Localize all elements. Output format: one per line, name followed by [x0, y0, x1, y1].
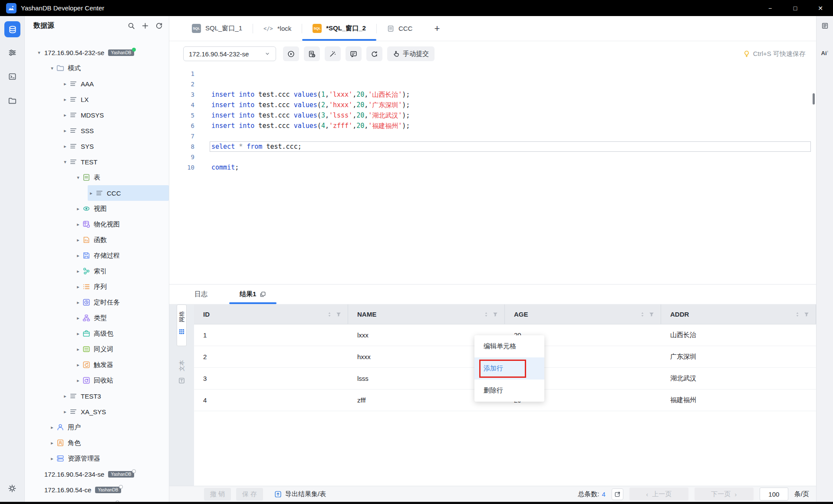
ai-assistant-icon[interactable]: Ai↑ — [817, 50, 833, 56]
tree-expander-icon[interactable]: ▸ — [62, 97, 69, 102]
tree-item-索引[interactable]: ▸索引 — [25, 263, 169, 279]
tree-item-用户[interactable]: ▸用户 — [25, 419, 169, 435]
result-cell[interactable]: 2 — [194, 346, 348, 367]
tree-expander-icon[interactable]: ▾ — [36, 50, 43, 56]
result-cell[interactable]: 3 — [194, 368, 348, 389]
tree-expander-icon[interactable]: ▸ — [62, 112, 69, 118]
tree-item-视图[interactable]: ▸视图 — [25, 201, 169, 216]
settings-gear-icon[interactable] — [0, 484, 24, 493]
tree-item-定时任务[interactable]: ▸定时任务 — [25, 295, 169, 310]
pin-result-icon[interactable] — [260, 291, 266, 298]
tree-item-高级包[interactable]: ▸高级包 — [25, 326, 169, 341]
tab-CCC[interactable]: CCC — [377, 16, 423, 41]
tree-item-SSS[interactable]: ▸SSS — [25, 123, 169, 138]
comment-button[interactable] — [346, 46, 362, 61]
notes-panel-icon[interactable] — [817, 22, 833, 29]
rollback-button[interactable] — [366, 46, 382, 61]
open-in-new-button[interactable] — [612, 488, 623, 500]
text-view-tab[interactable]: 文本 — [177, 354, 187, 389]
filter-funnel-icon[interactable] — [649, 311, 655, 317]
tab-*SQL_窗口_2[interactable]: SQL*SQL_窗口_2 — [302, 16, 376, 41]
tree-expander-icon[interactable]: ▸ — [62, 81, 69, 87]
tab-*lock[interactable]: </>*lock — [253, 16, 302, 41]
sql-editor[interactable]: 123insert into test.ccc values(1,'lxxx',… — [169, 65, 816, 284]
format-sql-button[interactable] — [325, 46, 341, 61]
filter-funnel-icon[interactable] — [492, 311, 498, 317]
prev-page-button[interactable]: ‹ 上一页 — [629, 488, 688, 501]
tab-log[interactable]: 日志 — [191, 285, 211, 304]
context-menu-item-编辑单元格[interactable]: 编辑单元格 — [474, 335, 544, 357]
sort-icon[interactable] — [639, 311, 645, 317]
tree-expander-icon[interactable]: ▸ — [75, 284, 82, 290]
tab-result-1[interactable]: 结果1 — [236, 285, 270, 304]
context-menu-item-删除行[interactable]: 删除行 — [474, 380, 544, 402]
execution-plan-button[interactable] — [304, 46, 320, 61]
result-cell[interactable]: 1 — [194, 324, 348, 346]
tree-expander-icon[interactable]: ▸ — [75, 315, 82, 321]
tree-expander-icon[interactable]: ▸ — [49, 456, 56, 461]
sort-icon[interactable] — [794, 311, 800, 317]
tree-expander-icon[interactable]: ▸ — [62, 128, 69, 134]
sort-icon[interactable] — [326, 311, 333, 317]
undo-button[interactable]: 撤 销 — [204, 488, 231, 501]
tree-expander-icon[interactable]: ▸ — [75, 362, 82, 368]
save-button[interactable]: 保 存 — [236, 488, 263, 501]
tree-item-TEST3[interactable]: ▸TEST3 — [25, 388, 169, 404]
tree-item-TEST[interactable]: ▾TEST — [25, 154, 169, 170]
tree-item-回收站[interactable]: ▸回收站 — [25, 373, 169, 388]
add-connection-icon[interactable] — [142, 22, 149, 29]
tree-expander-icon[interactable]: ▸ — [75, 268, 82, 274]
tree-expander-icon[interactable]: ▸ — [49, 440, 56, 446]
next-page-button[interactable]: 下一页 › — [695, 488, 754, 501]
tree-expander-icon[interactable]: ▸ — [49, 425, 56, 430]
search-icon[interactable] — [128, 22, 135, 29]
maximize-button[interactable]: □ — [783, 0, 808, 16]
tree-item-同义词[interactable]: ▸同义词 — [25, 341, 169, 357]
tree-item-存储过程[interactable]: ▸存储过程 — [25, 248, 169, 263]
page-size-input[interactable] — [760, 488, 788, 501]
tree-item-AAA[interactable]: ▸AAA — [25, 76, 169, 92]
tree-item-XA_SYS[interactable]: ▸XA_SYS — [25, 404, 169, 419]
sort-icon[interactable] — [483, 311, 489, 317]
tree-expander-icon[interactable]: ▸ — [75, 331, 82, 337]
tree-expander-icon[interactable]: ▸ — [75, 206, 82, 212]
export-resultset-button[interactable]: 导出结果集/表 — [274, 490, 326, 498]
result-cell[interactable]: 山西长治 — [661, 324, 816, 346]
sliders-icon[interactable] — [0, 49, 24, 57]
run-button[interactable] — [283, 46, 299, 61]
tree-item-序列[interactable]: ▸序列 — [25, 279, 169, 295]
tree-item-函数[interactable]: ▸Fx函数 — [25, 232, 169, 248]
tree-item-角色[interactable]: ▸角色 — [25, 435, 169, 451]
tab-SQL_窗口_1[interactable]: SQLSQL_窗口_1 — [181, 16, 253, 41]
tree-item-SYS[interactable]: ▸SYS — [25, 138, 169, 154]
datasource-rail-icon[interactable] — [4, 21, 20, 37]
tree-expander-icon[interactable]: ▸ — [75, 222, 82, 227]
result-cell[interactable]: 湖北武汉 — [661, 368, 816, 389]
tree-expander-icon[interactable]: ▾ — [75, 175, 82, 180]
tree-expander-icon[interactable]: ▸ — [88, 190, 95, 196]
tree-item-类型[interactable]: ▸类型 — [25, 310, 169, 326]
tree-expander-icon[interactable]: ▸ — [75, 378, 82, 383]
tree-item-模式[interactable]: ▾模式 — [25, 60, 169, 76]
tree-item-172.16.90.54-ce[interactable]: 172.16.90.54-ceYashanDB — [25, 482, 169, 497]
filter-funnel-icon[interactable] — [336, 311, 342, 317]
tree-item-物化视图[interactable]: ▸物化视图 — [25, 216, 169, 232]
tree-item-172.16.90.54-b[interactable]: 172.16.90.54-bYashanDB — [25, 497, 169, 502]
filter-funnel-icon[interactable] — [803, 311, 810, 317]
refresh-icon[interactable] — [155, 22, 163, 29]
tree-expander-icon[interactable]: ▸ — [75, 253, 82, 259]
tree-item-表[interactable]: ▾表 — [25, 170, 169, 185]
tree-item-MDSYS[interactable]: ▸MDSYS — [25, 107, 169, 123]
manual-commit-button[interactable]: 手动提交 — [387, 46, 435, 61]
close-button[interactable]: ✕ — [808, 0, 833, 16]
tree-expander-icon[interactable]: ▸ — [75, 347, 82, 352]
tree-item-CCC[interactable]: ▸CCC — [25, 185, 169, 201]
tree-item-资源管理器[interactable]: ▸资源管理器 — [25, 451, 169, 466]
tree-expander-icon[interactable]: ▾ — [49, 65, 56, 71]
sql-console-icon[interactable] — [0, 72, 24, 81]
minimize-button[interactable]: − — [757, 0, 783, 16]
files-icon[interactable] — [0, 97, 24, 105]
result-cell[interactable]: 广东深圳 — [661, 346, 816, 367]
grid-view-tab[interactable]: 网格 — [177, 304, 187, 346]
connection-select[interactable]: 172.16.90.54-232-se — [183, 46, 276, 61]
